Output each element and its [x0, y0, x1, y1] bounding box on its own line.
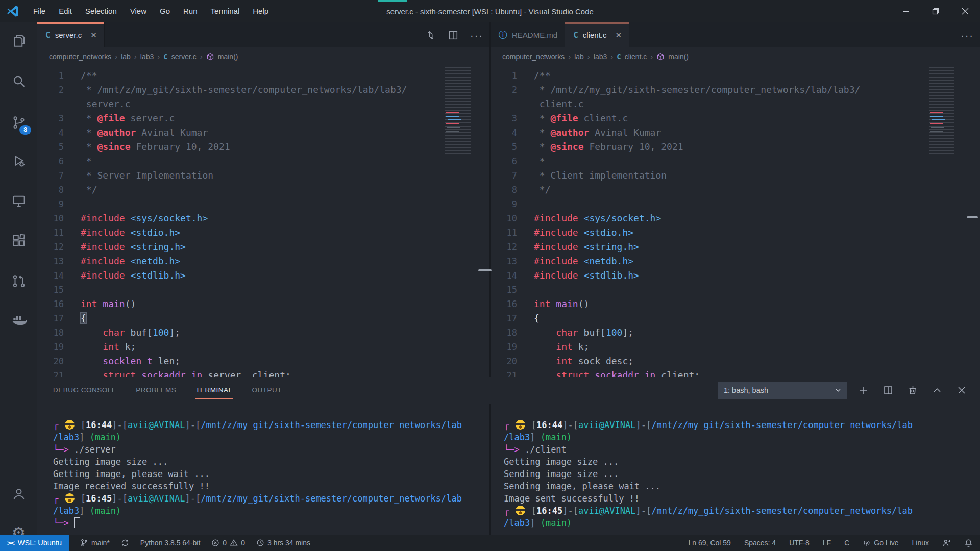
eol-sequence[interactable]: LF — [823, 539, 831, 547]
code-line[interactable]: 18 char buf[100]; — [37, 325, 489, 340]
source-control-icon[interactable]: 8 — [0, 108, 37, 137]
notifications[interactable] — [964, 539, 973, 547]
search-icon[interactable] — [0, 67, 37, 95]
github-pr-icon[interactable] — [0, 267, 37, 295]
menu-item-selection[interactable]: Selection — [79, 0, 124, 22]
breadcrumb-item[interactable]: lab — [574, 53, 584, 61]
split-terminal-icon[interactable] — [883, 385, 893, 395]
code-line[interactable]: 3 * @file server.c — [37, 111, 489, 126]
maximize-panel-icon[interactable] — [932, 385, 942, 395]
code-line[interactable]: 6 * — [491, 154, 980, 168]
tab-server-c[interactable]: C server.c ✕ — [37, 22, 105, 47]
os-indicator[interactable]: Linux — [912, 539, 929, 547]
code-line[interactable]: 13#include <netdb.h> — [37, 254, 489, 268]
panel-tab-terminal[interactable]: TERMINAL — [195, 377, 232, 404]
code-line[interactable]: 14#include <stdlib.h> — [491, 268, 980, 283]
code-line[interactable]: server.c — [37, 97, 489, 111]
new-terminal-icon[interactable] — [859, 385, 869, 395]
code-line[interactable]: 18 char buf[100]; — [491, 325, 980, 340]
code-line[interactable]: 20 socklen_t len; — [37, 354, 489, 368]
git-branch-status[interactable]: main* — [80, 539, 110, 547]
code-line[interactable]: 13#include <netdb.h> — [491, 254, 980, 268]
compare-changes-icon[interactable] — [425, 30, 436, 41]
code-line[interactable]: 10#include <sys/socket.h> — [37, 211, 489, 226]
minimap[interactable] — [929, 67, 954, 155]
code-line[interactable]: 1/** — [37, 68, 489, 83]
code-line[interactable]: 2 * /mnt/z/my_git/sixth-semester/compute… — [37, 83, 489, 97]
breadcrumb-item[interactable]: lab — [121, 53, 131, 61]
breadcrumb-file[interactable]: server.c — [172, 53, 197, 61]
explorer-icon[interactable] — [0, 27, 37, 55]
scrollbar-dash[interactable] — [967, 216, 978, 218]
breadcrumb-file[interactable]: client.c — [625, 53, 647, 61]
code-line[interactable]: 1/** — [491, 68, 980, 83]
menu-item-run[interactable]: Run — [177, 0, 204, 22]
close-panel-icon[interactable] — [957, 385, 967, 395]
code-line[interactable]: 19 int k; — [491, 340, 980, 354]
close-tab-icon[interactable]: ✕ — [616, 31, 622, 40]
code-line[interactable]: 8 */ — [37, 183, 489, 197]
code-line[interactable]: 17{ — [37, 311, 489, 325]
close-tab-icon[interactable]: ✕ — [90, 31, 97, 40]
code-line[interactable]: 19 int k; — [37, 340, 489, 354]
minimap[interactable] — [445, 67, 471, 155]
code-line[interactable]: 8 */ — [491, 183, 980, 197]
code-line[interactable]: 6 * — [37, 154, 489, 168]
feedback[interactable] — [942, 539, 951, 547]
remote-explorer-icon[interactable] — [0, 187, 37, 215]
breadcrumb-symbol[interactable]: main() — [668, 53, 689, 61]
code-line[interactable]: 21 struct sockaddr_in server, client; — [37, 368, 489, 377]
code-line[interactable]: 12#include <string.h> — [37, 240, 489, 254]
code-line[interactable]: 12#include <string.h> — [491, 240, 980, 254]
scrollbar-dash[interactable] — [478, 269, 492, 271]
breadcrumb-item[interactable]: computer_networks — [502, 53, 565, 61]
problems-status[interactable]: 0 0 — [211, 539, 245, 547]
language-mode[interactable]: C — [844, 539, 849, 547]
code-line[interactable]: 4 * @author Avinal Kumar — [491, 126, 980, 140]
indentation[interactable]: Spaces: 4 — [744, 539, 776, 547]
more-actions-icon[interactable]: ··· — [470, 30, 483, 40]
code-line[interactable]: 15 — [37, 283, 489, 297]
code-line[interactable]: 10#include <sys/socket.h> — [491, 211, 980, 226]
code-line[interactable]: 9 — [37, 197, 489, 211]
menu-item-help[interactable]: Help — [246, 0, 275, 22]
menu-item-view[interactable]: View — [124, 0, 153, 22]
extensions-icon[interactable] — [0, 226, 37, 255]
kill-terminal-icon[interactable] — [908, 385, 918, 395]
restore-button[interactable] — [921, 0, 950, 22]
remote-indicator[interactable]: >< WSL: Ubuntu — [0, 535, 69, 551]
code-line[interactable]: 11#include <stdio.h> — [491, 226, 980, 240]
code-line[interactable]: 7 * Client implementation — [491, 168, 980, 183]
breadcrumb-item[interactable]: lab3 — [140, 53, 154, 61]
code-line[interactable]: 5 * @since February 10, 2021 — [37, 140, 489, 154]
python-interpreter-status[interactable]: Python 3.8.5 64-bit — [140, 539, 201, 547]
code-line[interactable]: 11#include <stdio.h> — [37, 226, 489, 240]
code-line[interactable]: 20 int sock_desc; — [491, 354, 980, 368]
split-editor-icon[interactable] — [448, 30, 459, 41]
code-line[interactable]: 3 * @file client.c — [491, 111, 980, 126]
code-line[interactable]: client.c — [491, 97, 980, 111]
breadcrumb-item[interactable]: computer_networks — [49, 53, 111, 61]
code-line[interactable]: 21 struct sockaddr_in client; — [491, 368, 980, 377]
close-window-button[interactable] — [950, 0, 980, 22]
breadcrumb-symbol[interactable]: main() — [218, 53, 238, 61]
cursor-position[interactable]: Ln 69, Col 59 — [689, 539, 731, 547]
panel-tab-debug-console[interactable]: DEBUG CONSOLE — [53, 377, 116, 404]
menu-item-edit[interactable]: Edit — [52, 0, 79, 22]
panel-tab-output[interactable]: OUTPUT — [252, 377, 282, 404]
minimize-button[interactable] — [891, 0, 921, 22]
code-line[interactable]: 16int main() — [37, 297, 489, 311]
menu-item-terminal[interactable]: Terminal — [204, 0, 247, 22]
code-line[interactable]: 2 * /mnt/z/my_git/sixth-semester/compute… — [491, 83, 980, 97]
code-line[interactable]: 17{ — [491, 311, 980, 325]
terminal-select[interactable]: 1: bash, bash — [718, 382, 847, 399]
run-debug-icon[interactable] — [0, 147, 37, 176]
terminal-client[interactable]: ┌ [16:44]-[avii@AVINAL]-[/mnt/z/my_git/s… — [489, 404, 980, 535]
code-line[interactable]: 16int main() — [491, 297, 980, 311]
code-line[interactable]: 14#include <stdlib.h> — [37, 268, 489, 283]
code-editor-client[interactable]: 1/**2 * /mnt/z/my_git/sixth-semester/com… — [491, 65, 980, 377]
tab-readme-md[interactable]: ⓘ README.md — [491, 22, 565, 47]
code-line[interactable]: 4 * @author Avinal Kumar — [37, 126, 489, 140]
code-line[interactable]: 5 * @since February 10, 2021 — [491, 140, 980, 154]
docker-icon[interactable] — [0, 306, 37, 335]
